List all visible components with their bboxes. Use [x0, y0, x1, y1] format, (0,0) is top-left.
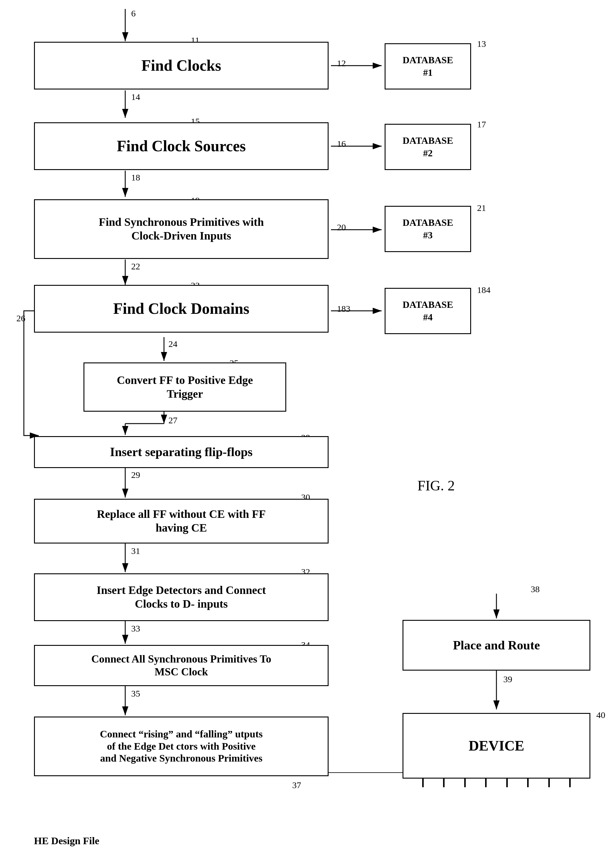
- insert-sep-ff-box: Insert separating flip-flops: [34, 436, 328, 468]
- ref-16: 16: [337, 139, 346, 149]
- connect-sync-box: Connect All Synchronous Primitives To MS…: [34, 645, 328, 686]
- device-box: DEVICE: [402, 713, 590, 779]
- ref-31: 31: [131, 546, 140, 556]
- db2-box: DATABASE #2: [385, 124, 471, 170]
- ref-33: 33: [131, 624, 140, 634]
- ref-17: 17: [477, 119, 486, 129]
- ref-184: 184: [477, 285, 490, 295]
- ref-37: 37: [292, 780, 301, 790]
- ref-35: 35: [131, 688, 140, 699]
- ref-183: 183: [337, 304, 350, 314]
- insert-edge-det-box: Insert Edge Detectors and Connect Clocks…: [34, 573, 328, 621]
- replace-ff-box: Replace all FF without CE with FF having…: [34, 499, 328, 543]
- ref-29: 29: [131, 470, 140, 480]
- ref-39: 39: [503, 674, 512, 684]
- find-clock-sources-box: Find Clock Sources: [34, 122, 328, 170]
- convert-ff-box: Convert FF to Positive Edge Trigger: [83, 362, 286, 412]
- footer-label: HE Design File: [34, 835, 99, 847]
- ref-13: 13: [477, 39, 486, 49]
- ref-20: 20: [337, 222, 346, 232]
- ref-24: 24: [168, 339, 178, 349]
- connect-rising-box: Connect “rising” and “falling” utputs of…: [34, 717, 328, 776]
- ref-40: 40: [596, 710, 605, 720]
- ref-38: 38: [531, 584, 540, 594]
- ref-14: 14: [131, 92, 140, 102]
- ref-21: 21: [477, 203, 486, 213]
- find-clocks-box: Find Clocks: [34, 42, 328, 90]
- ref-12: 12: [337, 58, 346, 68]
- ref-22: 22: [131, 261, 140, 271]
- fig-label: FIG. 2: [417, 477, 455, 494]
- db3-box: DATABASE #3: [385, 206, 471, 252]
- diagram-container: 6 11 Find Clocks 12 13 DATABASE #1 14 15…: [0, 0, 616, 863]
- place-route-box: Place and Route: [402, 620, 590, 671]
- ref-18: 18: [131, 172, 140, 183]
- db1-box: DATABASE #1: [385, 43, 471, 90]
- find-clock-domains-box: Find Clock Domains: [34, 285, 328, 332]
- ref-26: 26: [16, 313, 25, 323]
- ref-6: 6: [131, 8, 136, 19]
- ref-27: 27: [168, 415, 178, 425]
- find-sync-primitives-box: Find Synchronous Primitives with Clock-D…: [34, 199, 328, 259]
- db4-box: DATABASE #4: [385, 288, 471, 334]
